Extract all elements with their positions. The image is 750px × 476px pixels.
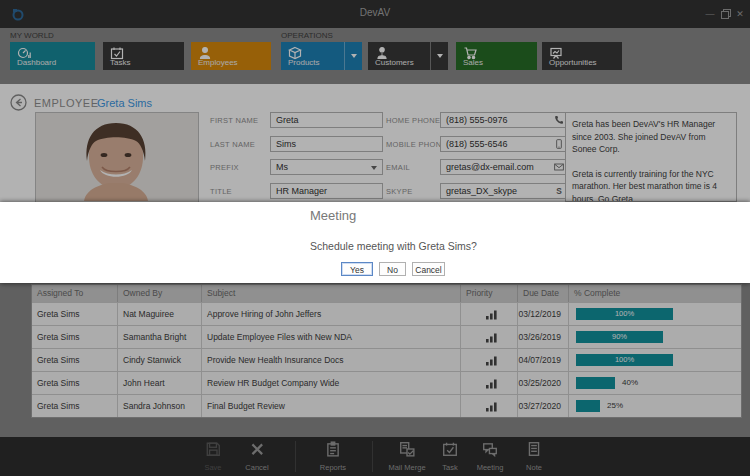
tile-sales[interactable]: Sales	[456, 42, 537, 70]
field-value: gretas_DX_skype	[446, 186, 517, 196]
reports-icon	[325, 441, 341, 457]
tile-products[interactable]: Products	[281, 42, 362, 70]
tile-group-operations: OPERATIONS	[281, 31, 333, 40]
table-row[interactable]: Greta SimsCindy StanwickProvide New Heal…	[32, 348, 741, 371]
input-home-phone[interactable]: (818) 555-0976	[440, 112, 568, 128]
input-email[interactable]: gretas@dx-email.com	[440, 159, 568, 175]
progress-bar	[576, 377, 615, 389]
meeting-dialog: Meeting Schedule meeting with Greta Sims…	[0, 202, 750, 283]
tile-dashboard[interactable]: Dashboard	[10, 42, 95, 70]
record-type-label: EMPLOYEE	[34, 97, 99, 109]
tile-employees[interactable]: Employees	[191, 42, 271, 70]
tile-label: Customers	[375, 58, 414, 67]
tile-group-my-world: MY WORLD	[10, 31, 54, 40]
tile-label: Products	[288, 58, 320, 67]
field-label-last-name: LAST NAME	[210, 140, 255, 149]
owned-by-cell: Samantha Bright	[118, 326, 202, 348]
column-header-due-date[interactable]: Due Date	[518, 285, 569, 302]
progress-bar: 100%	[576, 354, 673, 366]
chevron-down-icon[interactable]	[371, 166, 377, 170]
assigned-to-cell: Greta Sims	[32, 326, 118, 348]
owned-by-cell: Sandra Johnson	[118, 395, 202, 417]
employee-photo	[35, 112, 199, 204]
field-value: (818) 555-6546	[446, 139, 508, 149]
dialog-message: Schedule meeting with Greta Sims?	[310, 240, 477, 252]
minimize-button[interactable]: —	[703, 8, 717, 20]
table-row[interactable]: Greta SimsJohn HeartReview HR Budget Com…	[32, 371, 741, 394]
toolbar-separator	[372, 441, 373, 472]
employee-notes-field[interactable]: Greta has been DevAV's HR Manager since …	[565, 112, 737, 202]
progress-label: 100%	[576, 308, 673, 320]
table-row[interactable]: Greta SimsSandra JohnsonFinal Budget Rev…	[32, 394, 741, 417]
priority-normal-icon	[485, 377, 498, 390]
input-title[interactable]: HR Manager	[270, 183, 383, 199]
tile-opportunities[interactable]: Opportunities	[542, 42, 622, 70]
column-header-priority[interactable]: Priority	[461, 285, 518, 302]
priority-normal-icon	[485, 331, 498, 344]
priority-cell	[461, 326, 518, 348]
tasks-table: Assigned ToOwned BySubjectPriorityDue Da…	[31, 284, 742, 418]
input-prefix[interactable]: Ms	[270, 159, 383, 175]
input-skype[interactable]: gretas_DX_skypeS	[440, 183, 568, 199]
subject-cell: Review HR Budget Company Wide	[202, 372, 461, 394]
field-label-home-phone: HOME PHONE	[386, 116, 440, 125]
table-row[interactable]: Greta SimsSamantha BrightUpdate Employee…	[32, 325, 741, 348]
cancel-icon	[249, 441, 265, 457]
priority-cell	[461, 349, 518, 371]
assigned-to-cell: Greta Sims	[32, 395, 118, 417]
complete-cell: 100%	[569, 303, 741, 325]
tile-label: Opportunities	[549, 58, 597, 67]
progress-bar: 100%	[576, 308, 673, 320]
cancel-button[interactable]: Cancel	[412, 262, 445, 276]
progress-label: 40%	[622, 372, 638, 394]
tile-dropdown-button[interactable]	[344, 42, 362, 70]
column-header-owned-by[interactable]: Owned By	[118, 285, 202, 302]
note-button[interactable]: Note	[507, 441, 561, 472]
priority-cell	[461, 303, 518, 325]
tile-dropdown-button[interactable]	[430, 42, 448, 70]
complete-cell: 25%	[569, 395, 741, 417]
close-button[interactable]: ✕	[733, 8, 747, 20]
input-mobile-phone[interactable]: (818) 555-6546	[440, 136, 568, 152]
subject-cell: Final Budget Review	[202, 395, 461, 417]
assigned-to-cell: Greta Sims	[32, 372, 118, 394]
no-button[interactable]: No	[379, 262, 406, 276]
complete-cell: 90%	[569, 326, 741, 348]
tile-label: Tasks	[110, 58, 130, 67]
owned-by-cell: John Heart	[118, 372, 202, 394]
toolbar-label: Reports	[306, 463, 360, 472]
input-last-name[interactable]: Sims	[270, 136, 383, 152]
assigned-to-cell: Greta Sims	[32, 349, 118, 371]
reports-button[interactable]: Reports	[306, 441, 360, 472]
table-row[interactable]: Greta SimsNat MaguireeApprove Hiring of …	[32, 302, 741, 325]
input-first-name[interactable]: Greta	[270, 112, 383, 128]
subject-cell: Update Employee Files with New NDA	[202, 326, 461, 348]
progress-bar: 90%	[576, 331, 663, 343]
mail-merge-icon	[399, 441, 415, 457]
meeting-icon	[482, 441, 498, 457]
progress-label: 25%	[607, 395, 623, 417]
complete-cell: 40%	[569, 372, 741, 394]
skype-icon: S	[554, 186, 564, 196]
due-date-cell: 03/25/2020	[518, 372, 569, 394]
cancel-button[interactable]: Cancel	[230, 441, 284, 472]
task-icon	[442, 441, 458, 457]
owned-by-cell: Nat Maguiree	[118, 303, 202, 325]
dialog-title: Meeting	[310, 208, 356, 223]
chevron-down-icon	[437, 54, 443, 58]
field-value: HR Manager	[276, 186, 327, 196]
field-label-email: EMAIL	[386, 163, 410, 172]
back-button[interactable]	[10, 94, 27, 111]
column-header-subject[interactable]: Subject	[202, 285, 461, 302]
note-icon	[526, 441, 542, 457]
bottom-toolbar: SaveCancelReportsMail MergeTaskMeetingNo…	[0, 437, 750, 476]
restore-button[interactable]	[719, 7, 733, 19]
tasks-section: Assigned ToOwned BySubjectPriorityDue Da…	[0, 283, 750, 437]
yes-button[interactable]: Yes	[341, 262, 373, 276]
complete-cell: 100%	[569, 349, 741, 371]
column-header-complete[interactable]: % Complete	[569, 285, 741, 302]
field-label-title: TITLE	[210, 187, 232, 196]
column-header-assigned-to[interactable]: Assigned To	[32, 285, 118, 302]
tile-tasks[interactable]: Tasks	[103, 42, 184, 70]
tile-customers[interactable]: Customers	[368, 42, 448, 70]
